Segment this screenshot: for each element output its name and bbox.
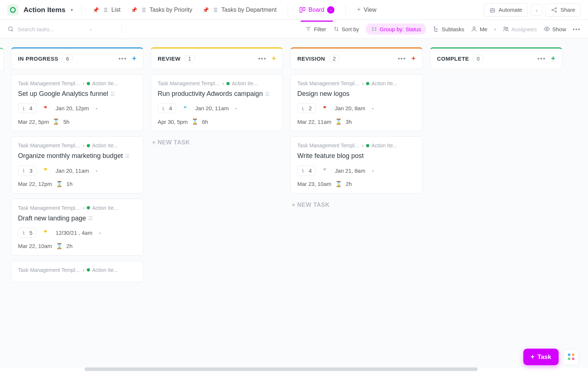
list-dot-icon [87,144,90,147]
subtask-count[interactable]: 3 [18,166,36,176]
title-chevron-icon[interactable]: ▼ [70,8,74,12]
subtask-count[interactable]: 2 [297,103,316,113]
horizontal-scrollbar[interactable] [85,367,478,368]
filter-button[interactable]: Filter [305,26,326,32]
crumb-list: Action Ite... [372,143,397,148]
task-card[interactable]: Task Management Templat...›Action Ite...… [290,74,423,131]
automate-button[interactable]: Automate [484,3,528,17]
subtask-count[interactable]: 4 [297,166,316,176]
svg-rect-1 [303,7,305,11]
chevron-right-icon: › [362,80,364,86]
sort-button[interactable]: Sort by [333,26,359,32]
share-button[interactable]: Share [545,3,581,17]
column-add-button[interactable]: + [411,54,416,63]
plus-icon: + [357,6,361,14]
new-task-button[interactable]: + NEW TASK [151,136,283,149]
assignees-button[interactable]: Assignees [502,26,537,32]
apps-fab[interactable] [563,349,579,365]
column-title: REVISION [297,55,325,62]
column-menu-button[interactable]: ••• [398,55,406,62]
column-menu-button[interactable]: ••• [538,55,546,62]
me-button[interactable]: Me [471,26,487,32]
date-dash: - [99,230,101,236]
priority-flag-icon[interactable] [43,168,49,173]
label: Filter [314,26,326,32]
view-tab-board[interactable]: Board › [295,3,338,17]
date-dash: - [372,105,374,111]
list-view-icon [140,7,147,13]
column-add-button[interactable]: + [132,54,136,63]
task-title: Design new logos [297,89,416,98]
search-chevron-icon[interactable]: ⌄ [89,27,92,32]
crumb-list: Action Ite... [232,80,258,86]
column-count: 2 [329,55,340,63]
automate-menu-button[interactable]: ⌄ [531,4,542,16]
breadcrumb: Task Management Templat...›Action Ite... [18,80,136,86]
column-complete: COMPLETE0•••+ [430,47,562,353]
subtask-count[interactable]: 4 [18,103,36,113]
view-tab-list[interactable]: 📌 List [89,4,124,16]
description-icon: ☰ [265,91,270,97]
priority-flag-icon[interactable] [183,105,189,111]
column-header: COMPLETE0•••+ [430,47,562,69]
show-button[interactable]: Show [544,26,566,32]
svg-point-12 [473,27,475,29]
crumb-folder: Task Management Templat... [18,80,80,86]
pin-icon: 📌 [131,7,137,13]
task-title: Organize monthly marketing budget☰ [18,151,136,160]
collapsed-column[interactable] [0,48,4,72]
chevron-right-icon: › [83,205,85,211]
more-menu-button[interactable]: ••• [573,26,581,32]
chevron-right-icon: › [83,267,85,273]
hourglass-icon: ⌛ [335,118,342,125]
svg-point-11 [436,31,437,32]
subtask-count[interactable]: 4 [158,103,176,113]
view-tab-department[interactable]: 📌 Tasks by Department [199,4,280,16]
label: Show [552,26,566,32]
groupby-button[interactable]: Group by: Status [366,24,426,35]
tab-label: Tasks by Department [221,7,276,13]
crumb-list: Action Ite... [372,80,397,86]
priority-flag-icon[interactable] [43,230,49,235]
description-icon: ☰ [110,91,115,97]
column-add-button[interactable]: + [272,54,276,63]
view-tab-priority[interactable]: 📌 Tasks by Priority [127,4,196,16]
column-add-button[interactable]: + [551,54,555,63]
end-date: Mar 22, 5pm [18,119,49,125]
column-menu-button[interactable]: ••• [258,55,267,62]
divider [121,25,122,33]
task-card[interactable]: Task Management Templat...›Action Ite...… [151,74,283,131]
fab-label: Task [538,353,552,361]
priority-flag-icon[interactable] [322,168,328,173]
new-task-button[interactable]: + NEW TASK [290,199,423,211]
task-card[interactable]: Task Management Templat...›Action Ite...… [11,136,143,193]
tab-label: Tasks by Priority [150,7,192,13]
new-task-fab[interactable]: + Task [523,349,559,365]
breadcrumb: Task Management Templat...›Action Ite... [297,80,416,86]
priority-flag-icon[interactable] [322,105,328,111]
svg-rect-0 [300,7,302,12]
date-dash: - [96,168,97,174]
fab-wrap: + Task [523,349,579,365]
button-label: Automate [499,7,522,13]
priority-flag-icon[interactable] [43,105,49,111]
search-input[interactable] [18,26,84,32]
description-icon: ☰ [125,153,130,159]
task-card[interactable]: Task Management Templat...›Action Ite...… [290,136,423,193]
task-card[interactable]: Task Management Templat...›Action Ite...… [11,199,143,256]
start-date: Jan 20, 8am [335,105,365,111]
share-icon [551,7,557,13]
subtasks-button[interactable]: Subtasks [433,26,465,32]
breadcrumb: Task Management Templat...›Action Ite... [158,80,276,86]
list-dot-icon [87,82,90,85]
column-menu-button[interactable]: ••• [119,55,127,62]
add-view-button[interactable]: + View [353,3,380,17]
subtask-count[interactable]: 5 [18,228,36,238]
list-dot-icon [87,268,90,271]
list-dot-icon [366,82,369,85]
divider [345,5,346,15]
task-card[interactable]: Task Management Templat...›Action Ite... [11,261,143,282]
task-card[interactable]: Task Management Templat...›Action Ite...… [11,74,143,131]
end-date: Apr 30, 5pm [158,119,188,125]
board-play-icon[interactable]: › [327,6,334,14]
